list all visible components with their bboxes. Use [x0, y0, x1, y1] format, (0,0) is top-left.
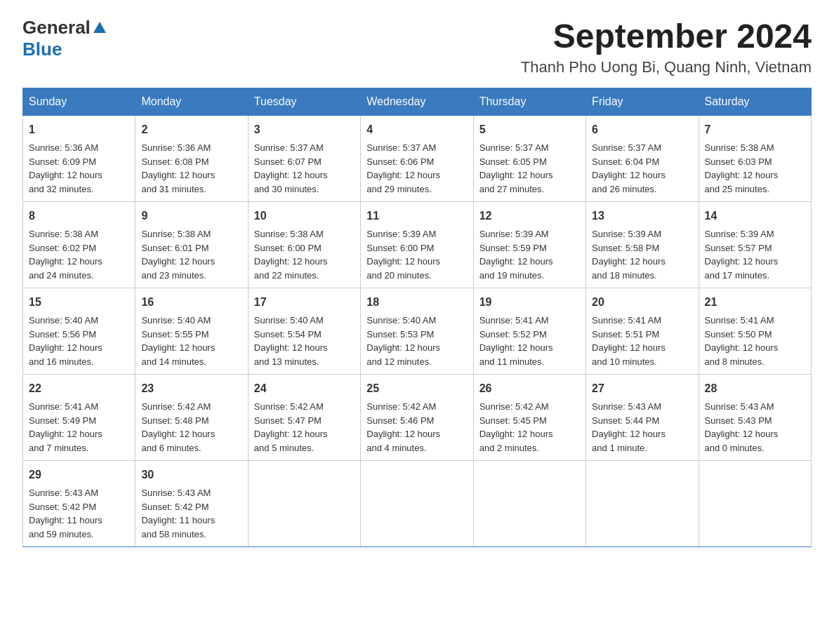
calendar-table: SundayMondayTuesdayWednesdayThursdayFrid… — [22, 88, 812, 547]
day-number: 8 — [29, 208, 129, 224]
day-number: 18 — [366, 294, 467, 311]
calendar-cell: 8 Sunrise: 5:38 AMSunset: 6:02 PMDayligh… — [23, 202, 135, 288]
calendar-cell: 15 Sunrise: 5:40 AMSunset: 5:56 PMDaylig… — [23, 288, 135, 375]
day-number: 17 — [254, 294, 355, 311]
day-number: 7 — [705, 121, 805, 138]
day-info: Sunrise: 5:37 AMSunset: 6:05 PMDaylight:… — [479, 142, 553, 194]
day-number: 14 — [705, 208, 805, 224]
calendar-cell: 19 Sunrise: 5:41 AMSunset: 5:52 PMDaylig… — [473, 288, 585, 375]
calendar-week-row: 22 Sunrise: 5:41 AMSunset: 5:49 PMDaylig… — [23, 375, 812, 461]
logo-general-text: General — [22, 17, 91, 39]
logo-blue-text: Blue — [22, 39, 62, 60]
calendar-cell: 17 Sunrise: 5:40 AMSunset: 5:54 PMDaylig… — [248, 288, 360, 375]
calendar-cell: 3 Sunrise: 5:37 AMSunset: 6:07 PMDayligh… — [248, 116, 360, 202]
day-info: Sunrise: 5:39 AMSunset: 6:00 PMDaylight:… — [366, 229, 440, 281]
day-info: Sunrise: 5:38 AMSunset: 6:00 PMDaylight:… — [254, 229, 328, 281]
month-title: September 2024 — [521, 17, 812, 55]
weekday-header-row: SundayMondayTuesdayWednesdayThursdayFrid… — [23, 88, 812, 116]
day-info: Sunrise: 5:40 AMSunset: 5:55 PMDaylight:… — [141, 315, 215, 367]
day-number: 29 — [29, 467, 129, 483]
calendar-cell: 23 Sunrise: 5:42 AMSunset: 5:48 PMDaylig… — [135, 375, 248, 461]
day-number: 15 — [29, 294, 129, 311]
day-info: Sunrise: 5:42 AMSunset: 5:46 PMDaylight:… — [366, 401, 440, 453]
calendar-cell: 5 Sunrise: 5:37 AMSunset: 6:05 PMDayligh… — [473, 116, 585, 202]
calendar-cell — [473, 461, 585, 547]
day-number: 4 — [366, 121, 467, 138]
day-number: 23 — [141, 380, 241, 397]
day-number: 24 — [254, 380, 355, 397]
calendar-cell: 9 Sunrise: 5:38 AMSunset: 6:01 PMDayligh… — [135, 202, 248, 288]
day-number: 21 — [705, 294, 805, 311]
title-area: September 2024 Thanh Pho Uong Bi, Quang … — [521, 17, 812, 76]
calendar-week-row: 15 Sunrise: 5:40 AMSunset: 5:56 PMDaylig… — [23, 288, 812, 375]
weekday-header-monday: Monday — [135, 88, 248, 116]
calendar-cell: 16 Sunrise: 5:40 AMSunset: 5:55 PMDaylig… — [135, 288, 248, 375]
day-info: Sunrise: 5:39 AMSunset: 5:59 PMDaylight:… — [479, 229, 553, 281]
calendar-week-row: 1 Sunrise: 5:36 AMSunset: 6:09 PMDayligh… — [23, 116, 812, 202]
calendar-cell — [361, 461, 473, 547]
day-number: 3 — [254, 121, 355, 138]
calendar-cell: 20 Sunrise: 5:41 AMSunset: 5:51 PMDaylig… — [586, 288, 699, 375]
day-info: Sunrise: 5:41 AMSunset: 5:49 PMDaylight:… — [29, 401, 102, 453]
calendar-cell: 6 Sunrise: 5:37 AMSunset: 6:04 PMDayligh… — [586, 116, 699, 202]
location-subtitle: Thanh Pho Uong Bi, Quang Ninh, Vietnam — [521, 58, 812, 76]
weekday-header-tuesday: Tuesday — [248, 88, 360, 116]
day-number: 5 — [479, 121, 580, 138]
day-info: Sunrise: 5:42 AMSunset: 5:47 PMDaylight:… — [254, 401, 328, 453]
day-info: Sunrise: 5:40 AMSunset: 5:56 PMDaylight:… — [29, 315, 102, 367]
day-info: Sunrise: 5:43 AMSunset: 5:42 PMDaylight:… — [141, 488, 215, 539]
day-info: Sunrise: 5:37 AMSunset: 6:07 PMDaylight:… — [254, 142, 328, 194]
day-info: Sunrise: 5:39 AMSunset: 5:58 PMDaylight:… — [592, 229, 666, 281]
calendar-cell: 21 Sunrise: 5:41 AMSunset: 5:50 PMDaylig… — [699, 288, 811, 375]
day-number: 12 — [479, 208, 580, 224]
calendar-cell: 24 Sunrise: 5:42 AMSunset: 5:47 PMDaylig… — [248, 375, 360, 461]
calendar-cell: 22 Sunrise: 5:41 AMSunset: 5:49 PMDaylig… — [23, 375, 135, 461]
weekday-header-friday: Friday — [586, 88, 699, 116]
day-info: Sunrise: 5:39 AMSunset: 5:57 PMDaylight:… — [705, 229, 779, 281]
day-number: 2 — [141, 121, 241, 138]
day-info: Sunrise: 5:36 AMSunset: 6:08 PMDaylight:… — [141, 142, 215, 194]
day-number: 22 — [29, 380, 129, 397]
day-info: Sunrise: 5:38 AMSunset: 6:01 PMDaylight:… — [141, 229, 215, 281]
calendar-cell: 11 Sunrise: 5:39 AMSunset: 6:00 PMDaylig… — [361, 202, 473, 288]
calendar-cell: 14 Sunrise: 5:39 AMSunset: 5:57 PMDaylig… — [699, 202, 811, 288]
page-header: General Blue September 2024 Thanh Pho Uo… — [22, 17, 812, 76]
calendar-week-row: 29 Sunrise: 5:43 AMSunset: 5:42 PMDaylig… — [23, 461, 812, 547]
day-number: 28 — [705, 380, 805, 397]
day-info: Sunrise: 5:38 AMSunset: 6:03 PMDaylight:… — [705, 142, 779, 194]
calendar-cell — [248, 461, 360, 547]
weekday-header-sunday: Sunday — [23, 88, 135, 116]
day-info: Sunrise: 5:41 AMSunset: 5:50 PMDaylight:… — [705, 315, 779, 367]
calendar-week-row: 8 Sunrise: 5:38 AMSunset: 6:02 PMDayligh… — [23, 202, 812, 288]
day-number: 9 — [141, 208, 241, 224]
day-number: 6 — [592, 121, 692, 138]
day-number: 26 — [479, 380, 580, 397]
calendar-cell: 30 Sunrise: 5:43 AMSunset: 5:42 PMDaylig… — [135, 461, 248, 547]
day-info: Sunrise: 5:43 AMSunset: 5:44 PMDaylight:… — [592, 401, 666, 453]
calendar-cell: 13 Sunrise: 5:39 AMSunset: 5:58 PMDaylig… — [586, 202, 699, 288]
calendar-cell: 25 Sunrise: 5:42 AMSunset: 5:46 PMDaylig… — [361, 375, 473, 461]
day-info: Sunrise: 5:41 AMSunset: 5:52 PMDaylight:… — [479, 315, 553, 367]
day-info: Sunrise: 5:37 AMSunset: 6:04 PMDaylight:… — [592, 142, 666, 194]
calendar-cell: 1 Sunrise: 5:36 AMSunset: 6:09 PMDayligh… — [23, 116, 135, 202]
day-number: 30 — [141, 467, 241, 483]
logo: General Blue — [22, 17, 107, 60]
day-number: 16 — [141, 294, 241, 311]
day-number: 10 — [254, 208, 355, 224]
weekday-header-saturday: Saturday — [699, 88, 811, 116]
day-number: 13 — [592, 208, 692, 224]
calendar-cell: 27 Sunrise: 5:43 AMSunset: 5:44 PMDaylig… — [586, 375, 699, 461]
weekday-header-thursday: Thursday — [473, 88, 585, 116]
calendar-cell: 2 Sunrise: 5:36 AMSunset: 6:08 PMDayligh… — [135, 116, 248, 202]
calendar-cell — [586, 461, 699, 547]
weekday-header-wednesday: Wednesday — [361, 88, 473, 116]
day-info: Sunrise: 5:41 AMSunset: 5:51 PMDaylight:… — [592, 315, 666, 367]
calendar-cell: 4 Sunrise: 5:37 AMSunset: 6:06 PMDayligh… — [361, 116, 473, 202]
calendar-cell: 28 Sunrise: 5:43 AMSunset: 5:43 PMDaylig… — [699, 375, 811, 461]
day-info: Sunrise: 5:40 AMSunset: 5:54 PMDaylight:… — [254, 315, 328, 367]
day-info: Sunrise: 5:43 AMSunset: 5:43 PMDaylight:… — [705, 401, 779, 453]
calendar-cell: 10 Sunrise: 5:38 AMSunset: 6:00 PMDaylig… — [248, 202, 360, 288]
calendar-cell: 26 Sunrise: 5:42 AMSunset: 5:45 PMDaylig… — [473, 375, 585, 461]
day-number: 25 — [366, 380, 467, 397]
logo-triangle-icon — [92, 20, 107, 36]
